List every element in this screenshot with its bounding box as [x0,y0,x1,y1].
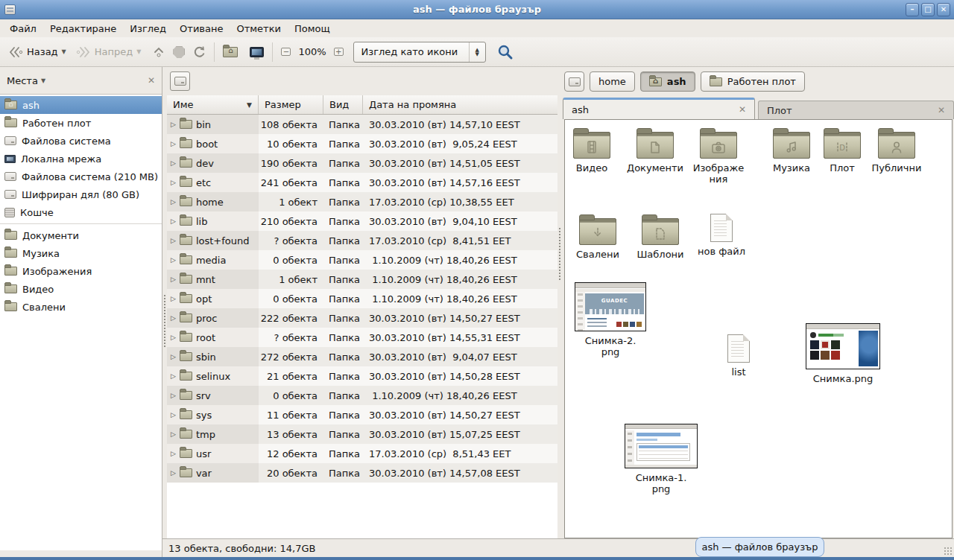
table-row[interactable]: ▷ media 0 обекта Папка 1.10.2009 (чт) 18… [167,250,557,270]
icon-item-documents[interactable]: Документи [625,127,686,174]
forward-dropdown-icon[interactable]: ▼ [136,48,141,55]
root-drive-button[interactable] [564,71,584,92]
tree-root-button[interactable] [170,71,190,91]
sidebar-close-icon[interactable]: ✕ [148,75,155,86]
sidebar-item-trash[interactable]: Кошче [0,203,162,221]
menu-file[interactable]: Файл [3,21,43,36]
expander-icon[interactable]: ▷ [171,159,176,167]
menu-go[interactable]: Отиване [173,21,230,36]
expander-icon[interactable]: ▷ [171,430,176,438]
icon-item-list[interactable]: list [714,334,763,378]
sidebar-item-ash[interactable]: ⌂ ash [0,96,162,114]
breadcrumb-home[interactable]: home [590,71,635,92]
table-row[interactable]: ▷ srv 0 обекта Папка 1.10.2009 (чт) 18,4… [167,386,557,405]
icon-item-music[interactable]: Музика [768,127,815,174]
menu-edit[interactable]: Редактиране [43,21,123,36]
icon-item-pictures[interactable]: Изображения [690,127,747,185]
reload-button[interactable] [189,42,209,62]
table-row[interactable]: ▷ bin 108 обекта Папка 30.03.2010 (вт) 1… [167,115,557,134]
sidebar-item-documents[interactable]: Документи [0,226,162,244]
sidebar-item-network[interactable]: Локална мрежа [0,150,162,168]
close-icon[interactable]: ✕ [938,105,945,115]
computer-button[interactable] [246,44,268,60]
zoom-out-button[interactable]: − [277,45,294,59]
table-row[interactable]: ▷ mnt 1 обект Папка 1.10.2009 (чт) 18,40… [167,270,557,289]
tab-ash[interactable]: ash ✕ [563,98,755,119]
pane-splitter[interactable] [557,67,563,557]
table-row[interactable]: ▷ selinux 21 обекта Папка 30.03.2010 (вт… [167,366,557,386]
expander-icon[interactable]: ▷ [171,411,176,419]
column-header-modified[interactable]: Дата на промяна [363,95,557,114]
table-row[interactable]: ▷ sbin 272 обекта Папка 30.03.2010 (вт) … [167,347,557,366]
sidebar-title-dropdown-icon[interactable]: ▼ [41,77,45,84]
table-row[interactable]: ▷ var 20 обекта Папка 30.03.2010 (вт) 14… [167,463,557,483]
expander-icon[interactable]: ▷ [171,198,176,206]
table-row[interactable]: ▷ root ? обекта Папка 30.03.2010 (вт) 14… [167,328,557,347]
sidebar-item-desktop[interactable]: Работен плот [0,114,162,132]
column-header-type[interactable]: Вид [323,95,363,114]
table-row[interactable]: ▷ boot 10 обекта Папка 30.03.2010 (вт) 9… [167,134,557,153]
expander-icon[interactable]: ▷ [171,276,176,283]
icon-item-templates[interactable]: Шаблони [632,214,689,260]
table-row[interactable]: ▷ lost+found ? обекта Папка 17.03.2010 (… [167,231,557,250]
expander-icon[interactable]: ▷ [171,256,176,264]
icon-item-snimka[interactable]: Снимка.png [805,323,881,384]
icon-item-downloads[interactable]: Свалени [571,214,625,260]
breadcrumb-desktop[interactable]: Работен плот [701,71,805,92]
breadcrumb-ash[interactable]: ⌂ ash [640,71,695,92]
table-row[interactable]: ▷ home 1 обект Папка 17.03.2010 (ср) 10,… [167,192,557,211]
expander-icon[interactable]: ▷ [171,237,176,244]
icon-item-desktop[interactable]: D Плот [821,127,863,174]
expander-icon[interactable]: ▷ [171,140,176,147]
sidebar-item-filesystem[interactable]: Файлова система [0,132,162,150]
icon-item-snimka-2[interactable]: GUADEC Снимка-2.png [574,282,647,358]
table-row[interactable]: ▷ tmp 13 обекта Папка 30.03.2010 (вт) 15… [167,424,557,444]
menu-help[interactable]: Помощ [288,21,337,36]
expander-icon[interactable]: ▷ [171,450,176,457]
close-icon[interactable]: ✕ [739,104,746,115]
view-mode-select[interactable]: Изглед като икони ▲▼ [353,42,486,63]
sidebar-item-pictures[interactable]: Изображения [0,262,162,280]
icon-item-new-file[interactable]: нов файл [695,214,748,257]
back-dropdown-icon[interactable]: ▼ [62,48,66,55]
sidebar-item-filesystem-210mb[interactable]: Файлова система (210 MB) [0,168,162,185]
forward-button[interactable]: Напред [72,43,136,61]
expander-icon[interactable]: ▷ [171,217,176,225]
stop-button[interactable] [169,43,189,61]
table-row[interactable]: ▷ usr 12 обекта Папка 17.03.2010 (ср) 8,… [167,444,557,463]
titlebar[interactable]: ash — файлов браузър – □ ✕ [0,0,954,19]
minimize-button[interactable]: – [906,3,919,16]
expander-icon[interactable]: ▷ [171,334,176,341]
maximize-button[interactable]: □ [921,3,935,16]
icon-item-public[interactable]: Публични [868,127,925,174]
column-header-size[interactable]: Размер [259,95,323,114]
combo-spinner-icon[interactable]: ▲▼ [469,42,485,62]
column-header-name[interactable]: Име ▼ [167,95,259,114]
sidebar-item-encrypted-80gb[interactable]: Шифриран дял (80 GB) [0,185,162,203]
table-row[interactable]: ▷ proc 222 обекта Папка 30.03.2010 (вт) … [167,308,557,328]
icon-view[interactable]: Видео Документи Изображения Музика D Пло… [564,119,953,538]
expander-icon[interactable]: ▷ [171,179,176,186]
menu-view[interactable]: Изглед [123,21,173,36]
close-button[interactable]: ✕ [937,3,950,16]
table-row[interactable]: ▷ sys 11 обекта Папка 30.03.2010 (вт) 14… [167,405,557,424]
expander-icon[interactable]: ▷ [171,353,176,360]
taskbar-window-button[interactable]: ash — файлов браузър [695,537,824,557]
expander-icon[interactable]: ▷ [171,392,176,399]
icon-item-videos[interactable]: Видео [565,127,619,174]
expander-icon[interactable]: ▷ [171,314,176,322]
table-row[interactable]: ▷ dev 190 обекта Папка 30.03.2010 (вт) 1… [167,153,557,173]
search-button[interactable] [493,41,517,63]
resize-grip[interactable] [944,547,953,556]
table-row[interactable]: ▷ etc 241 обекта Папка 30.03.2010 (вт) 1… [167,173,557,192]
sidebar-item-downloads[interactable]: Свалени [0,298,162,316]
tab-plot[interactable]: Плот ✕ [758,101,954,119]
zoom-in-button[interactable]: + [330,45,347,59]
icon-item-snimka-1[interactable]: Снимка-1.png [623,424,699,495]
expander-icon[interactable]: ▷ [171,295,176,302]
expander-icon[interactable]: ▷ [171,121,176,128]
home-button[interactable]: ⌂ [219,44,241,60]
sidebar-item-music[interactable]: Музика [0,244,162,262]
expander-icon[interactable]: ▷ [171,372,176,380]
sidebar-item-videos[interactable]: Видео [0,280,162,298]
